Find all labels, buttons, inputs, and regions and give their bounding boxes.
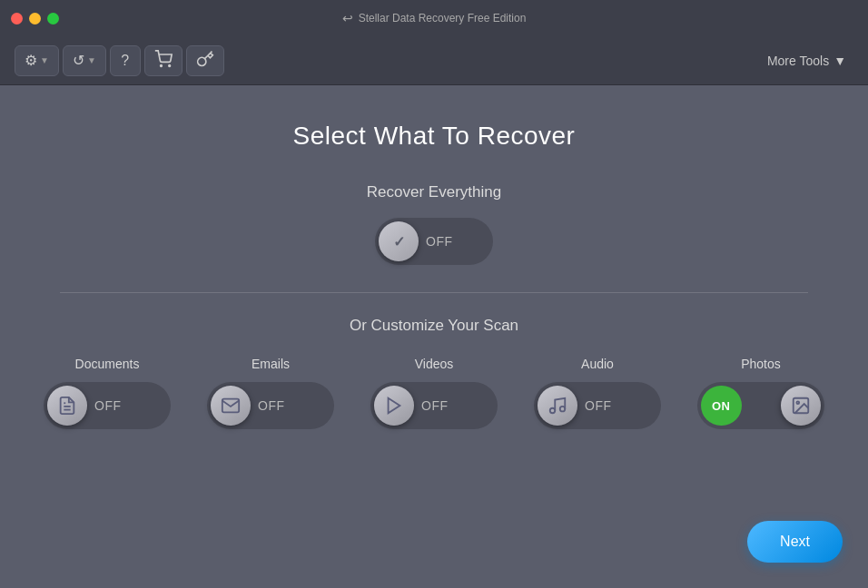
history-chevron: ▼ xyxy=(87,55,96,65)
main-content: Select What To Recover Recover Everythin… xyxy=(0,85,868,447)
file-types-row: Documents OFF Emails xyxy=(44,357,824,429)
documents-icon xyxy=(47,386,87,426)
toolbar-left: ⚙ ▼ ↺ ▼ ? xyxy=(15,45,756,76)
videos-item: Videos OFF xyxy=(370,357,498,429)
emails-item: Emails OFF xyxy=(207,357,334,429)
photos-on-pill: ON xyxy=(701,386,742,426)
photos-label: Photos xyxy=(741,357,781,371)
help-icon: ? xyxy=(121,53,129,69)
more-tools-chevron: ▼ xyxy=(833,54,846,68)
app-title: Stellar Data Recovery Free Edition xyxy=(359,12,527,24)
emails-toggle-label: OFF xyxy=(251,398,294,413)
recover-everything-toggle[interactable]: ✓ OFF xyxy=(375,218,493,265)
svg-point-5 xyxy=(550,408,556,414)
key-icon xyxy=(196,50,214,72)
audio-toggle[interactable]: OFF xyxy=(534,382,661,429)
recover-everything-label: Recover Everything xyxy=(367,183,501,201)
audio-icon xyxy=(538,386,577,426)
settings-chevron: ▼ xyxy=(40,55,49,65)
history-icon: ↺ xyxy=(73,52,84,69)
videos-toggle-label: OFF xyxy=(414,398,458,413)
svg-point-8 xyxy=(796,401,799,404)
documents-item: Documents OFF xyxy=(44,357,171,429)
svg-point-0 xyxy=(160,64,162,66)
close-button[interactable] xyxy=(11,13,23,24)
svg-point-6 xyxy=(560,407,566,412)
audio-toggle-label: OFF xyxy=(577,398,621,413)
more-tools-label: More Tools xyxy=(767,54,829,68)
photos-icon xyxy=(781,386,821,426)
title-bar: ↩ Stellar Data Recovery Free Edition xyxy=(0,0,868,36)
settings-button[interactable]: ⚙ ▼ xyxy=(15,45,59,76)
documents-toggle-label: OFF xyxy=(87,398,131,413)
videos-label: Videos xyxy=(415,357,454,371)
title-bar-content: ↩ Stellar Data Recovery Free Edition xyxy=(342,11,527,25)
history-button[interactable]: ↺ ▼ xyxy=(63,45,106,76)
cart-button[interactable] xyxy=(144,45,182,76)
audio-item: Audio OFF xyxy=(534,357,661,429)
more-tools-button[interactable]: More Tools ▼ xyxy=(760,50,853,72)
emails-toggle[interactable]: OFF xyxy=(207,382,334,429)
recover-toggle-container: ✓ OFF xyxy=(375,218,493,265)
toolbar: ⚙ ▼ ↺ ▼ ? More To xyxy=(0,36,868,85)
documents-toggle[interactable]: OFF xyxy=(44,382,171,429)
photos-toggle[interactable]: ON xyxy=(697,382,824,429)
recover-everything-section: Recover Everything ✓ OFF xyxy=(18,183,850,265)
svg-marker-4 xyxy=(389,398,400,414)
videos-toggle[interactable]: OFF xyxy=(370,382,498,429)
audio-label: Audio xyxy=(581,357,614,371)
recover-toggle-label: OFF xyxy=(419,234,464,249)
recover-toggle-knob: ✓ xyxy=(379,221,419,261)
minimize-button[interactable] xyxy=(29,13,41,24)
divider xyxy=(60,292,808,293)
documents-label: Documents xyxy=(75,357,140,371)
check-icon: ✓ xyxy=(393,233,405,250)
videos-icon xyxy=(374,386,414,426)
cart-icon xyxy=(154,50,173,72)
emails-icon xyxy=(211,386,251,426)
customize-label: Or Customize Your Scan xyxy=(350,317,518,335)
help-button[interactable]: ? xyxy=(110,45,141,76)
svg-point-1 xyxy=(169,64,171,66)
back-icon: ↩ xyxy=(342,11,353,25)
photos-item: Photos ON xyxy=(697,357,824,429)
emails-label: Emails xyxy=(252,357,290,371)
maximize-button[interactable] xyxy=(47,13,59,24)
settings-icon: ⚙ xyxy=(25,52,37,69)
page-title: Select What To Recover xyxy=(293,122,576,151)
toolbar-right: More Tools ▼ xyxy=(760,50,853,72)
traffic-lights xyxy=(11,13,59,24)
next-button[interactable]: Next xyxy=(747,521,843,563)
key-button[interactable] xyxy=(186,45,224,76)
